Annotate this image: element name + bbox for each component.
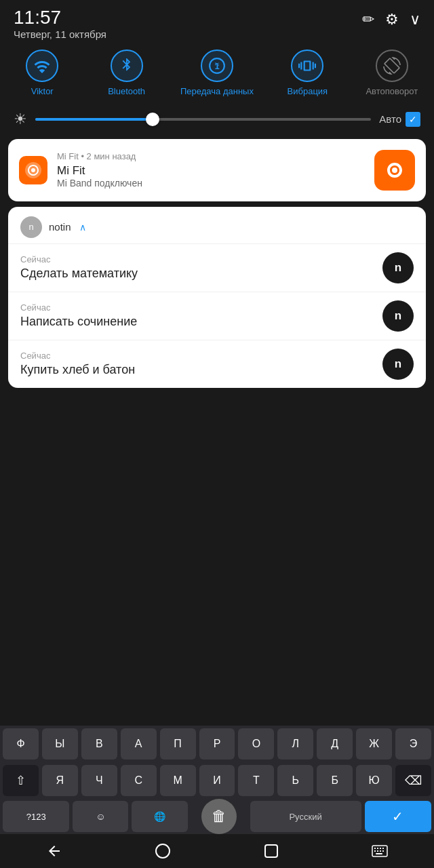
keyboard: Ф Ы В А П Р О Л Д Ж Э ⇧ Я Ч С М И Т Ь Б … xyxy=(0,726,434,834)
qs-autorotate-label: Автоповорот xyxy=(366,86,418,97)
mifit-time-ago: 2 мин назад xyxy=(87,151,136,161)
svg-text:↑↓: ↑↓ xyxy=(214,60,220,67)
num-key[interactable]: ?123 xyxy=(3,801,69,832)
wifi-icon xyxy=(26,50,58,82)
key-ya[interactable]: Я xyxy=(42,765,78,796)
brightness-slider[interactable] xyxy=(35,118,371,121)
status-bar: 11:57 Четверг, 11 октября ✏ ⚙ ∨ xyxy=(0,0,434,43)
brightness-icon: ☀ xyxy=(14,111,27,128)
bluetooth-icon xyxy=(111,50,143,82)
recent-button[interactable] xyxy=(254,839,288,863)
qs-vibration[interactable]: Вибрация xyxy=(277,50,338,97)
notifications-area: Mi Fit • 2 мин назад Mi Fit Mi Band подк… xyxy=(0,139,434,388)
svg-rect-9 xyxy=(374,848,376,849)
brightness-auto-label: Авто xyxy=(379,113,401,125)
mifit-notification-card[interactable]: Mi Fit • 2 мин назад Mi Fit Mi Band подк… xyxy=(8,139,426,201)
notin-item-1-avatar: n xyxy=(382,300,414,332)
brightness-row: ☀ Авто ✓ xyxy=(0,105,434,139)
qs-vibration-label: Вибрация xyxy=(288,86,328,97)
edit-icon: ✏ xyxy=(362,11,374,28)
mifit-content: Mi Fit • 2 мин назад Mi Fit Mi Band подк… xyxy=(57,151,365,189)
mifit-app-name: Mi Fit xyxy=(57,151,79,161)
key-e[interactable]: Э xyxy=(395,728,431,760)
notin-item-0-avatar: n xyxy=(382,252,414,283)
svg-rect-11 xyxy=(380,848,381,849)
notin-header: n notin ∧ xyxy=(8,207,426,244)
svg-point-4 xyxy=(31,168,35,172)
svg-point-6 xyxy=(156,844,170,858)
mifit-time: • xyxy=(81,151,86,161)
qs-wifi-label: Viktor xyxy=(31,86,54,97)
back-button[interactable] xyxy=(37,839,71,863)
brightness-fill xyxy=(35,118,153,121)
status-time: 11:57 xyxy=(14,8,106,27)
key-s[interactable]: С xyxy=(121,765,157,796)
svg-rect-12 xyxy=(382,848,384,849)
notin-notification-card: n notin ∧ Сейчас Сделать математику n Се… xyxy=(8,207,426,388)
globe-key[interactable]: 🌐 xyxy=(132,801,187,832)
key-r[interactable]: Р xyxy=(199,728,235,760)
auto-checkbox[interactable]: ✓ xyxy=(406,112,420,127)
keyboard-button[interactable] xyxy=(363,839,397,863)
keyboard-toolbar: ?123 ☺ 🌐 🗑 Русский ✓ xyxy=(0,799,434,834)
key-soft[interactable]: Ь xyxy=(277,765,313,796)
delete-trash-button[interactable]: 🗑 xyxy=(201,799,237,834)
key-zh[interactable]: Ж xyxy=(356,728,392,760)
notin-item-1-text: Написать сочинение xyxy=(20,315,137,329)
svg-rect-17 xyxy=(376,853,382,854)
svg-rect-16 xyxy=(382,850,384,852)
key-yu[interactable]: Ю xyxy=(356,765,392,796)
key-l[interactable]: Л xyxy=(277,728,313,760)
nav-bar xyxy=(0,834,434,868)
chevron-down-icon[interactable]: ∨ xyxy=(410,11,420,28)
notin-item-0[interactable]: Сейчас Сделать математику n xyxy=(8,244,426,292)
mifit-app-icon xyxy=(374,150,415,191)
key-f[interactable]: Ф xyxy=(3,728,39,760)
qs-autorotate[interactable]: Автоповорот xyxy=(361,50,422,97)
mifit-subtitle: Mi Band подключен xyxy=(57,178,365,189)
key-v[interactable]: В xyxy=(81,728,117,760)
qs-wifi[interactable]: Viktor xyxy=(12,50,73,97)
confirm-key[interactable]: ✓ xyxy=(365,801,431,832)
key-a[interactable]: А xyxy=(121,728,157,760)
key-t[interactable]: Т xyxy=(238,765,274,796)
key-y[interactable]: Ы xyxy=(42,728,78,760)
vibration-icon xyxy=(291,50,323,82)
qs-data[interactable]: 1 ↑↓ Передача данных xyxy=(180,50,254,97)
mifit-title: Mi Fit xyxy=(57,164,365,178)
brightness-auto[interactable]: Авто ✓ xyxy=(379,112,420,127)
home-button[interactable] xyxy=(146,839,180,863)
notin-app-name: notin xyxy=(49,221,71,233)
svg-point-5 xyxy=(392,167,397,173)
qs-data-label: Передача данных xyxy=(180,86,254,97)
data-transfer-icon: 1 ↑↓ xyxy=(201,50,233,82)
key-m[interactable]: М xyxy=(160,765,196,796)
svg-rect-13 xyxy=(374,850,376,852)
svg-rect-10 xyxy=(377,848,378,849)
shift-key[interactable]: ⇧ xyxy=(3,765,39,796)
backspace-key[interactable]: ⌫ xyxy=(395,765,431,796)
status-icons: ✏ ⚙ ∨ xyxy=(362,8,420,28)
key-p[interactable]: П xyxy=(160,728,196,760)
quick-settings: Viktor Bluetooth 1 ↑↓ Передача данных Ви… xyxy=(0,43,434,105)
status-date: Четверг, 11 октября xyxy=(14,28,106,40)
notin-item-1[interactable]: Сейчас Написать сочинение n xyxy=(8,292,426,340)
key-o[interactable]: О xyxy=(238,728,274,760)
key-d[interactable]: Д xyxy=(317,728,353,760)
qs-bluetooth[interactable]: Bluetooth xyxy=(96,50,157,97)
settings-icon[interactable]: ⚙ xyxy=(385,11,399,28)
svg-rect-14 xyxy=(377,850,378,852)
emoji-key[interactable]: ☺ xyxy=(73,801,128,832)
language-key[interactable]: Русский xyxy=(250,801,361,832)
notin-item-0-time: Сейчас xyxy=(20,254,138,264)
notin-item-0-text: Сделать математику xyxy=(20,267,138,281)
mifit-header: Mi Fit • 2 мин назад xyxy=(57,151,365,161)
key-ch[interactable]: Ч xyxy=(81,765,117,796)
notin-item-2-avatar: n xyxy=(382,349,414,380)
autorotate-icon xyxy=(376,50,408,82)
key-b[interactable]: Б xyxy=(317,765,353,796)
notin-item-2[interactable]: Сейчас Купить хлеб и батон n xyxy=(8,340,426,388)
key-i[interactable]: И xyxy=(199,765,235,796)
notin-chevron-up-icon[interactable]: ∧ xyxy=(79,222,86,233)
notin-avatar: n xyxy=(20,216,42,238)
